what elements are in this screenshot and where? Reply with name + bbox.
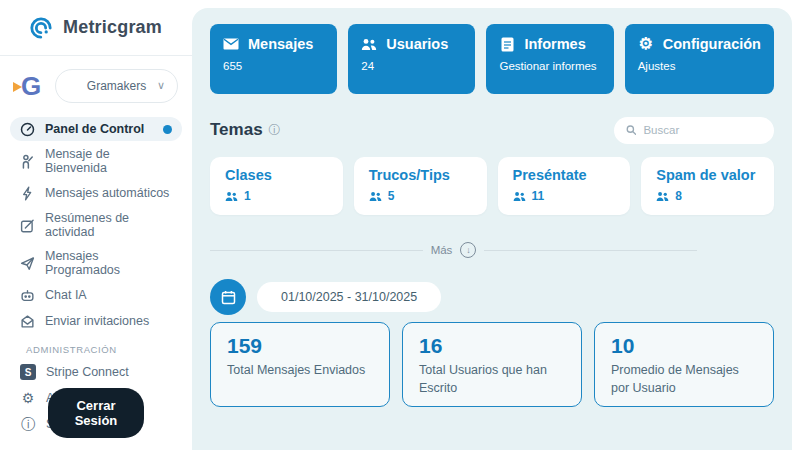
sidebar: Metricgram G Gramakers ∨ Panel de Contro…	[0, 0, 192, 450]
users-icon	[513, 191, 526, 202]
search-box[interactable]	[614, 117, 774, 144]
sidebar-item-stripe-connect[interactable]: S Stripe Connect	[10, 360, 182, 384]
sidebar-item-chat-ia[interactable]: Chat IA	[10, 283, 182, 307]
arrow-down-circle-icon[interactable]: ↓	[460, 242, 476, 258]
date-filter-row: 01/10/2025 - 31/10/2025	[210, 279, 774, 315]
stat-value: 10	[611, 334, 757, 358]
topic-card-spam-de-valor[interactable]: Spam de valor 8	[641, 157, 774, 215]
welcome-person-icon	[20, 154, 35, 169]
topic-count: 11	[532, 189, 545, 203]
show-more-divider[interactable]: Más ↓	[210, 242, 697, 258]
main-panel: Mensajes 655 Usuarios 24 Informes Gestio…	[192, 8, 792, 450]
stat-card-total-usuarios: 16 Total Usuarios que han Escrito	[402, 322, 582, 407]
quick-card-title: Usuarios	[386, 36, 448, 52]
chevron-down-icon: ∨	[157, 79, 165, 92]
divider-line	[484, 250, 697, 251]
users-icon	[369, 191, 382, 202]
sidebar-item-mensajes-automaticos[interactable]: Mensajes automáticos	[10, 181, 182, 205]
workspace-dropdown[interactable]: Gramakers ∨	[55, 69, 178, 103]
quick-card-title: Informes	[524, 36, 585, 52]
topic-title: Clases	[225, 167, 328, 183]
topics-header-row: Temas ⓘ	[210, 116, 774, 144]
users-icon	[225, 191, 238, 202]
lightning-icon	[20, 186, 35, 201]
topics-heading: Temas	[210, 120, 263, 140]
info-circle-icon: ⓘ	[20, 417, 36, 431]
stat-card-total-mensajes: 159 Total Mensajes Enviados	[210, 322, 390, 407]
quick-card-title: Mensajes	[248, 36, 313, 52]
stat-cards-row: 159 Total Mensajes Enviados 16 Total Usu…	[210, 322, 774, 407]
stat-value: 159	[227, 334, 373, 358]
envelope-icon	[223, 38, 239, 50]
sidebar-item-enviar-invitaciones[interactable]: Enviar invitaciones	[10, 309, 182, 333]
more-label: Más	[431, 244, 453, 256]
quick-card-subtitle: Ajustes	[638, 60, 761, 72]
topic-cards-row: Clases 1 Trucos/Tips 5 Preséntate 11 Spa…	[210, 157, 774, 215]
stat-value: 16	[419, 334, 565, 358]
info-icon[interactable]: ⓘ	[269, 122, 281, 139]
quick-card-informes[interactable]: Informes Gestionar informes	[486, 24, 613, 94]
gear-icon: ⚙	[20, 391, 36, 405]
edit-icon	[20, 218, 35, 233]
topic-count: 1	[244, 189, 251, 203]
logout-button[interactable]: Cerrar Sesión	[48, 388, 144, 438]
divider-line	[210, 250, 423, 251]
topic-count: 8	[675, 189, 682, 203]
quick-card-mensajes[interactable]: Mensajes 655	[210, 24, 337, 94]
calendar-button[interactable]	[210, 279, 246, 315]
metricgram-logo-icon	[28, 15, 54, 41]
stat-label: Total Mensajes Enviados	[227, 362, 373, 380]
quick-cards-row: Mensajes 655 Usuarios 24 Informes Gestio…	[210, 24, 774, 94]
quick-card-title: Configuración	[663, 36, 761, 52]
search-input[interactable]	[643, 124, 762, 136]
topic-card-clases[interactable]: Clases 1	[210, 157, 343, 215]
stat-label: Promedio de Mensajes por Usuario	[611, 362, 757, 397]
sidebar-item-mensaje-de-bienvenida[interactable]: Mensaje de Bienvenida	[10, 143, 182, 179]
paper-plane-icon	[20, 256, 35, 271]
document-icon	[499, 37, 515, 52]
search-icon	[626, 124, 636, 136]
quick-card-value: 655	[223, 60, 324, 72]
users-icon	[656, 191, 669, 202]
workspace-name: Gramakers	[87, 79, 146, 93]
topic-title: Spam de valor	[656, 167, 759, 183]
active-indicator-dot	[163, 125, 172, 134]
users-icon	[361, 38, 377, 51]
quick-card-configuracion[interactable]: ⚙ Configuración Ajustes	[625, 24, 774, 94]
robot-icon	[20, 288, 35, 303]
stripe-s-icon: S	[20, 364, 36, 380]
brand-name: Metricgram	[63, 17, 162, 38]
topic-card-trucos-tips[interactable]: Trucos/Tips 5	[354, 157, 487, 215]
envelope-open-icon	[20, 314, 35, 329]
workspace-avatar: G	[16, 70, 46, 102]
quick-card-value: 24	[361, 60, 462, 72]
avatar-plane-icon	[13, 82, 22, 92]
sidebar-item-resumenes-de-actividad[interactable]: Resúmenes de actividad	[10, 207, 182, 243]
calendar-icon	[221, 290, 236, 305]
brand-header: Metricgram	[0, 0, 192, 56]
sidebar-item-mensajes-programados[interactable]: Mensajes Programados	[10, 245, 182, 281]
sidebar-item-panel-de-control[interactable]: Panel de Control	[10, 117, 182, 141]
date-range-input[interactable]: 01/10/2025 - 31/10/2025	[257, 282, 441, 312]
stat-card-promedio-mensajes: 10 Promedio de Mensajes por Usuario	[594, 322, 774, 407]
topic-title: Preséntate	[513, 167, 616, 183]
stat-label: Total Usuarios que han Escrito	[419, 362, 565, 397]
quick-card-subtitle: Gestionar informes	[499, 60, 600, 72]
gauge-icon	[20, 122, 35, 137]
topic-count: 5	[388, 189, 395, 203]
topic-title: Trucos/Tips	[369, 167, 472, 183]
quick-card-usuarios[interactable]: Usuarios 24	[348, 24, 475, 94]
topic-card-presentate[interactable]: Preséntate 11	[498, 157, 631, 215]
admin-section-heading: ADMINISTRACIÓN	[10, 335, 182, 358]
workspace-selector-row: G Gramakers ∨	[0, 56, 192, 111]
gear-icon: ⚙	[638, 36, 654, 52]
